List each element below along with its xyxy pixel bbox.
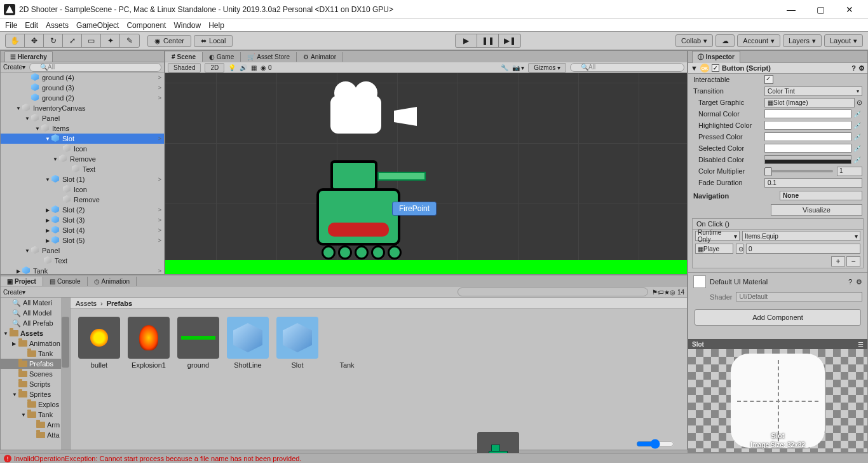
- folder-item[interactable]: Tank: [1, 349, 70, 359]
- hierarchy-item[interactable]: ▼Slot>: [1, 134, 164, 144]
- rect-tool[interactable]: ▭: [82, 34, 101, 47]
- normal-color-field[interactable]: [764, 109, 851, 118]
- add-listener-button[interactable]: +: [831, 256, 845, 266]
- material-header[interactable]: Default UI Material?⚙: [688, 272, 867, 291]
- selected-color-field[interactable]: [764, 144, 851, 153]
- menu-assets[interactable]: Assets: [46, 21, 69, 30]
- tab-animator[interactable]: ⚙ Animator: [297, 52, 343, 62]
- preview-menu-icon[interactable]: ☰: [858, 341, 864, 348]
- rotate-tool[interactable]: ↻: [44, 34, 63, 47]
- tab-console[interactable]: ▤ Console: [43, 277, 88, 286]
- color-multiplier-value[interactable]: 1: [837, 167, 862, 176]
- status-bar[interactable]: ! InvalidOperationException: Cannot star…: [0, 453, 868, 463]
- hierarchy-item[interactable]: ▶Slot (5)>: [1, 235, 164, 245]
- fade-duration-field[interactable]: 0.1: [764, 178, 862, 188]
- ground-object[interactable]: [165, 260, 687, 274]
- folders-scrollbar[interactable]: [61, 298, 70, 450]
- menu-window[interactable]: Window: [173, 21, 201, 30]
- hierarchy-item[interactable]: Remove: [1, 195, 164, 205]
- hand-tool[interactable]: ✋: [6, 34, 25, 47]
- hierarchy-item[interactable]: ▼Items: [1, 123, 164, 134]
- hierarchy-item[interactable]: ▶Slot (4)>: [1, 225, 164, 235]
- color-multiplier-slider[interactable]: [764, 170, 833, 172]
- hierarchy-item[interactable]: ground (2)>: [1, 93, 164, 103]
- step-button[interactable]: ▶❚: [499, 34, 520, 47]
- tab-scene[interactable]: # Scene: [165, 52, 203, 62]
- folder-item[interactable]: ▼Sprites: [1, 389, 70, 399]
- tools-icon[interactable]: 🔧: [501, 64, 508, 71]
- material-gear-icon[interactable]: ⚙: [856, 278, 862, 286]
- transition-dropdown[interactable]: Color Tint: [764, 86, 862, 96]
- hierarchy-item[interactable]: Text: [1, 256, 164, 266]
- visualize-button[interactable]: Visualize: [771, 204, 862, 216]
- eyedrop-icon[interactable]: 💉: [853, 134, 862, 141]
- asset-item[interactable]: Tank: [326, 317, 368, 369]
- hierarchy-item[interactable]: ▼Remove: [1, 154, 164, 164]
- method-dropdown[interactable]: Items.Equip▾: [742, 231, 860, 241]
- target-picker-icon[interactable]: ⊙: [736, 244, 743, 254]
- layers-dropdown[interactable]: Layers ▾: [783, 34, 822, 47]
- minimize-button[interactable]: —: [776, 0, 806, 19]
- folder-item[interactable]: 🔍All Model: [1, 308, 70, 318]
- hierarchy-item[interactable]: ground (4)>: [1, 73, 164, 83]
- crumb-assets[interactable]: Assets: [76, 300, 97, 307]
- tab-assetstore[interactable]: 🛒 Asset Store: [241, 52, 297, 62]
- target-graphic-field[interactable]: ▦ Slot (Image): [764, 98, 855, 107]
- project-create[interactable]: Create: [3, 289, 22, 296]
- add-component-button[interactable]: Add Component: [695, 309, 861, 326]
- asset-item[interactable]: ground: [177, 317, 219, 369]
- hierarchy-item[interactable]: ▼Slot (1)>: [1, 174, 164, 184]
- asset-item[interactable]: bullet: [78, 317, 120, 369]
- hierarchy-item[interactable]: ▶Slot (2)>: [1, 205, 164, 215]
- hierarchy-tab[interactable]: ☰ Hierarchy: [4, 52, 53, 62]
- asset-item[interactable]: ShotLine: [227, 317, 269, 369]
- eyedrop-icon[interactable]: 💉: [853, 111, 862, 118]
- disabled-color-field[interactable]: [764, 155, 851, 164]
- custom-tool[interactable]: ✎: [120, 34, 139, 47]
- menu-edit[interactable]: Edit: [25, 21, 38, 30]
- audio-icon[interactable]: 🔊: [240, 64, 247, 71]
- hierarchy-item[interactable]: Icon: [1, 144, 164, 154]
- tank-object[interactable]: [316, 188, 400, 245]
- scene-search[interactable]: 🔍All: [570, 63, 684, 72]
- scene-view[interactable]: FirePoint: [165, 73, 687, 274]
- project-search[interactable]: [458, 287, 648, 296]
- hierarchy-create[interactable]: Create: [3, 64, 22, 71]
- fx-icon[interactable]: ▦: [251, 64, 257, 71]
- hierarchy-item[interactable]: Text: [1, 164, 164, 174]
- shader-dropdown[interactable]: UI/Default: [736, 292, 862, 301]
- folder-item[interactable]: ▶Animation: [1, 338, 70, 349]
- scale-tool[interactable]: ⤢: [63, 34, 82, 47]
- hierarchy-item[interactable]: ground (3)>: [1, 83, 164, 93]
- folder-item[interactable]: 🔍All Materi: [1, 298, 70, 308]
- folder-item[interactable]: Explos: [1, 399, 70, 410]
- component-help-icon[interactable]: ?: [851, 64, 856, 72]
- target-field[interactable]: ▦ Playe: [695, 244, 733, 254]
- filter-icon[interactable]: ⚑: [652, 289, 658, 296]
- pivot-local[interactable]: ⬌ Local: [194, 35, 233, 47]
- tab-game[interactable]: ◐ Game: [203, 52, 241, 62]
- folder-item[interactable]: Scripts: [1, 379, 70, 389]
- folder-item[interactable]: Arm: [1, 420, 70, 430]
- firepoint-label[interactable]: FirePoint: [392, 202, 437, 216]
- component-gear-icon[interactable]: ⚙: [858, 64, 865, 73]
- account-dropdown[interactable]: Account ▾: [737, 34, 780, 47]
- pivot-center[interactable]: ◉ Center: [147, 35, 191, 47]
- hierarchy-item[interactable]: ▶Slot (3)>: [1, 215, 164, 225]
- highlighted-color-field[interactable]: [764, 121, 851, 130]
- folder-item[interactable]: Atta: [1, 430, 70, 440]
- menu-component[interactable]: Component: [126, 21, 166, 30]
- menu-help[interactable]: Help: [208, 21, 224, 30]
- pause-button[interactable]: ❚❚: [477, 34, 499, 47]
- transform-tool[interactable]: ✦: [101, 34, 120, 47]
- filter-icon-2[interactable]: 🏷: [658, 289, 664, 296]
- folder-item[interactable]: ▼Assets: [1, 328, 70, 338]
- play-button[interactable]: ▶: [456, 34, 477, 47]
- cloud-button[interactable]: ☁: [715, 34, 735, 47]
- shaded-dropdown[interactable]: Shaded: [168, 63, 201, 73]
- eyedrop-icon[interactable]: 💉: [853, 122, 862, 129]
- runtime-dropdown[interactable]: Runtime Only▾: [695, 231, 740, 241]
- folder-item[interactable]: Scenes: [1, 369, 70, 379]
- collab-dropdown[interactable]: Collab ▾: [675, 34, 713, 47]
- menu-file[interactable]: File: [5, 21, 17, 30]
